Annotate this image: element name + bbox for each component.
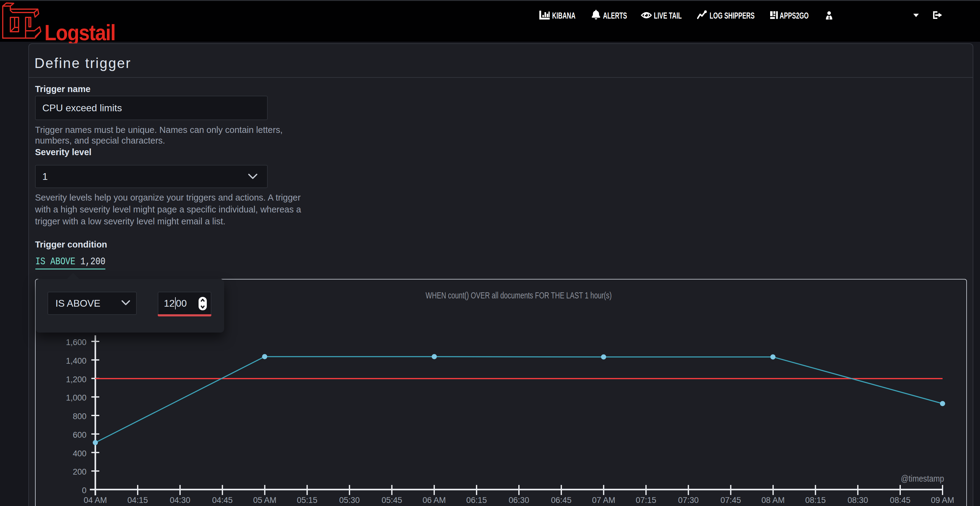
svg-text:05:15: 05:15	[297, 496, 318, 505]
svg-text:1,000: 1,000	[66, 393, 86, 402]
svg-text:WHEN count() OVER all document: WHEN count() OVER all documents FOR THE …	[426, 291, 612, 300]
svg-text:07:45: 07:45	[721, 496, 741, 505]
svg-text:06 AM: 06 AM	[423, 496, 446, 505]
svg-text:04:15: 04:15	[127, 496, 148, 505]
svg-text:05 AM: 05 AM	[253, 496, 277, 505]
svg-text:06:15: 06:15	[466, 496, 487, 505]
svg-text:@timestamp: @timestamp	[901, 474, 944, 484]
svg-text:05:45: 05:45	[382, 496, 402, 505]
svg-text:800: 800	[73, 412, 86, 421]
svg-text:08:15: 08:15	[805, 496, 826, 505]
svg-text:600: 600	[73, 430, 86, 439]
svg-text:07 AM: 07 AM	[592, 496, 616, 505]
svg-text:04:45: 04:45	[212, 496, 233, 505]
svg-text:05:30: 05:30	[339, 496, 360, 505]
svg-text:400: 400	[73, 449, 86, 458]
svg-text:1,400: 1,400	[66, 356, 86, 366]
svg-text:1,200: 1,200	[66, 375, 86, 384]
svg-text:06:30: 06:30	[509, 496, 529, 505]
svg-text:08 AM: 08 AM	[761, 496, 785, 505]
svg-text:1,600: 1,600	[66, 338, 86, 347]
svg-text:08:45: 08:45	[890, 496, 910, 505]
svg-text:06:45: 06:45	[551, 496, 572, 505]
svg-text:07:15: 07:15	[636, 496, 657, 505]
svg-text:200: 200	[73, 467, 86, 476]
svg-text:07:30: 07:30	[678, 496, 699, 505]
svg-text:04:30: 04:30	[170, 496, 190, 505]
svg-text:04 AM: 04 AM	[84, 496, 107, 505]
svg-text:08:30: 08:30	[848, 496, 868, 505]
svg-text:0: 0	[82, 486, 86, 495]
svg-text:09 AM: 09 AM	[931, 496, 955, 505]
